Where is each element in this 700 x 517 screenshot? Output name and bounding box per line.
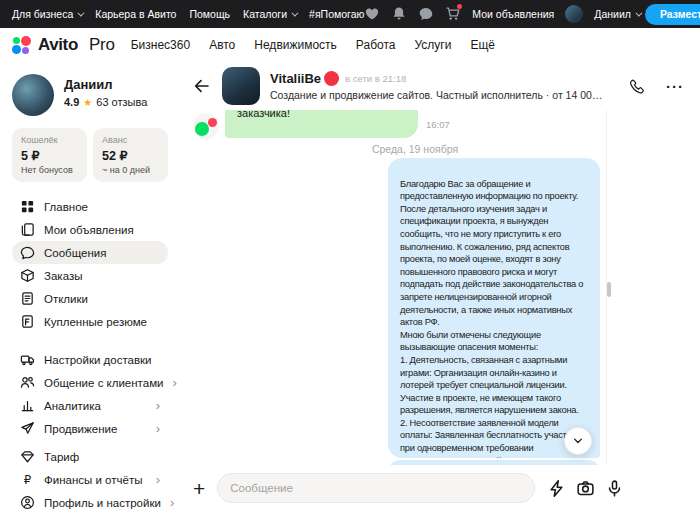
chat-panel: VitaliiBe в сети в 21:18 Создание и прод… [180,62,700,517]
nav-items: Бизнес360 Авто Недвижимость Работа Услуг… [131,38,495,52]
chevron-right-icon: › [156,473,160,486]
link-careers[interactable]: Карьера в Авито [95,8,176,20]
sidebar-item-orders[interactable]: Заказы [12,264,168,287]
my-listings-link[interactable]: Мои объявления [472,8,554,20]
sidebar: Даниил 4.9 ★ 63 отзыва Кошелёк 5 ₽ Нет б… [0,62,180,517]
link-catalogs[interactable]: Каталоги [243,8,296,20]
chevron-down-icon [291,9,298,16]
message-input-bar: + [180,465,700,517]
sidebar-user: Даниил 4.9 ★ 63 отзыва [12,74,168,116]
resumes-icon [20,314,35,329]
top-bar-right: Мои объявления Даниил [364,5,640,23]
promotion-icon [20,421,35,436]
message-input[interactable] [217,473,535,503]
chevron-down-icon [572,435,584,447]
sidebar-item-delivery-settings[interactable]: Настройки доставки [12,348,168,371]
sidebar-item-my-listings[interactable]: Мои объявления [12,218,168,241]
chat-partner-name[interactable]: VitaliiBe [270,71,321,86]
user-name: Даниил [64,77,147,92]
chevron-down-icon [78,9,85,16]
chevron-right-icon: › [156,422,160,435]
tariff-icon [20,449,35,464]
chat-partner-avatar[interactable] [222,67,260,105]
nav-item-jobs[interactable]: Работа [356,38,396,52]
sidebar-item-responses[interactable]: Отклики [12,287,168,310]
microphone-icon[interactable] [605,479,624,498]
back-arrow-icon[interactable] [192,76,212,96]
link-yahelp[interactable]: #яПомогаю [309,8,364,20]
listing-subtitle[interactable]: Создание и продвижение сайтов. Частный и… [270,89,605,101]
profile-icon [20,495,35,510]
phone-icon[interactable] [629,78,646,95]
post-listing-button[interactable]: Разместить объявление [645,4,700,25]
notifications-icon[interactable] [391,6,407,22]
cart-badge [457,4,462,9]
more-options-icon[interactable]: ··· [666,79,684,94]
sidebar-item-tariff[interactable]: Тариф [12,445,168,468]
link-help[interactable]: Помощь [189,8,230,20]
grid-icon [20,199,35,214]
responses-icon [20,291,35,306]
sidebar-item-finance-reports[interactable]: ₽ Финансы и отчёты › [12,468,168,491]
date-separator: Среда, 19 ноября [180,143,650,155]
sidebar-item-client-communication[interactable]: Общение с клиентами › [12,371,168,394]
orders-icon [20,268,35,283]
listings-icon [20,222,35,237]
chevron-right-icon: › [156,399,160,412]
scrollbar-thumb[interactable] [607,282,611,297]
sidebar-item-messages[interactable]: Сообщения [12,241,168,264]
chat-partner-info: VitaliiBe в сети в 21:18 Создание и прод… [270,71,605,101]
message-list: заказчика! 16:07 Среда, 19 ноября Благод… [180,110,700,465]
avito-pro-logo[interactable]: AvitoPro [12,35,115,55]
sidebar-menu: Главное Мои объявления Сообщения Заказы … [12,195,168,514]
topbar-avatar[interactable] [565,5,583,23]
nav-item-realty[interactable]: Недвижимость [254,38,337,52]
chevron-right-icon: › [172,376,176,389]
messages-icon[interactable] [418,6,434,22]
clients-icon [20,375,35,390]
chat-header: VitaliiBe в сети в 21:18 Создание и прод… [180,62,700,110]
attach-plus-icon[interactable]: + [193,478,205,499]
incoming-message-avatar [193,113,219,139]
top-bar-links: Для бизнеса Карьера в Авито Помощь Катал… [12,8,364,20]
redaction-dot [324,71,339,86]
sidebar-item-purchased-resumes[interactable]: Купленные резюме [12,310,168,333]
delivery-icon [20,352,35,367]
cart-icon[interactable] [445,6,461,22]
quick-replies-icon[interactable] [547,479,566,498]
wallet-cards: Кошелёк 5 ₽ Нет бонусов Аванс 52 ₽ ~ на … [12,128,168,182]
logo-text-avito: Avito [38,35,78,55]
chevron-right-icon: › [170,496,174,509]
nav-bar: AvitoPro Бизнес360 Авто Недвижимость Раб… [0,28,700,62]
advance-card[interactable]: Аванс 52 ₽ ~ на 0 дней [93,128,168,182]
chevron-down-icon [635,9,642,16]
chat-header-actions: ··· [629,78,684,95]
user-rating[interactable]: 4.9 ★ 63 отзыва [64,96,147,108]
chat-icon [20,245,35,260]
nav-item-business360[interactable]: Бизнес360 [131,38,190,52]
user-reviews: 63 отзыва [96,96,147,108]
link-for-business[interactable]: Для бизнеса [12,8,82,20]
sidebar-item-analytics[interactable]: Аналитика › [12,394,168,417]
nav-item-auto[interactable]: Авто [209,38,235,52]
sidebar-item-main[interactable]: Главное [12,195,168,218]
outgoing-message-text: Благодарю Вас за обращение и предоставле… [400,179,583,458]
camera-icon[interactable] [576,479,595,498]
incoming-message-time: 16:07 [426,119,450,130]
top-bar: Для бизнеса Карьера в Авито Помощь Катал… [0,0,700,28]
favorites-icon[interactable] [364,6,380,22]
finance-icon: ₽ [20,472,35,487]
sidebar-item-promotion[interactable]: Продвижение › [12,417,168,440]
scroll-to-bottom-button[interactable] [564,427,592,455]
sidebar-item-profile-settings[interactable]: Профиль и настройки › [12,491,168,514]
nav-item-services[interactable]: Услуги [414,38,451,52]
outgoing-message-bubble[interactable]: Благодарю Вас за обращение и предоставле… [388,158,600,458]
user-avatar[interactable] [12,74,54,116]
star-icon: ★ [83,97,92,108]
avito-logo-icon [12,36,31,55]
wallet-card[interactable]: Кошелёк 5 ₽ Нет бонусов [12,128,87,182]
topbar-user-menu[interactable]: Даниил [594,8,640,20]
nav-item-more[interactable]: Ещё [470,38,495,52]
logo-text-pro: Pro [89,35,115,55]
incoming-message-bubble[interactable]: заказчика! [225,110,418,138]
